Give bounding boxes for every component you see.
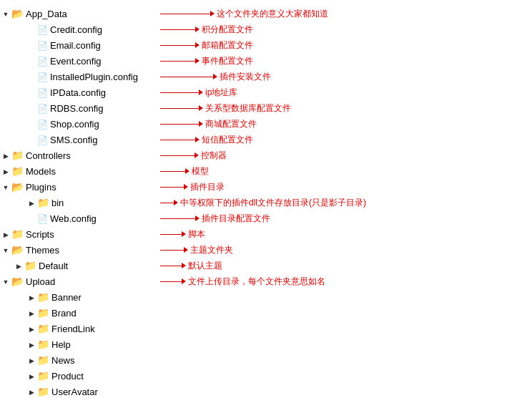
toggle-useravatar[interactable]: ▶ [26,386,37,398]
file-icon-scripts: 📁 [11,228,24,240]
toggle-sms-config [26,133,37,147]
tree-item-useravatar[interactable]: ▶ 📁 UserAvatar [0,384,532,398]
tree-item-plugins[interactable]: ▼ 📂 Plugins 插件目录 [0,179,532,195]
annotation-text-sms-config: 短信配置文件 [202,134,253,146]
toggle-upload[interactable]: ▼ [0,276,11,288]
annotation-text-plugins: 插件目录 [190,181,225,193]
toggle-friendlink[interactable]: ▶ [26,323,37,335]
label-friendlink: FriendLink [51,324,95,334]
label-sms-config: SMS.config [50,135,97,145]
tree-item-banner[interactable]: ▶ 📁 Banner [0,289,532,305]
toggle-ipdata-config [26,86,37,100]
tree-item-credit-config[interactable]: 📄 Credit.config 积分配置文件 [0,21,532,37]
tree-item-ipdata-config[interactable]: 📄 IPData.config ip地址库 [0,84,532,100]
toggle-app-data[interactable]: ▼ [0,8,11,20]
label-credit-config: Credit.config [50,24,102,35]
tree-item-themes[interactable]: ▼ 📂 Themes 主题文件夹 [0,242,532,258]
label-news: News [51,355,75,366]
toggle-scripts[interactable]: ▶ [0,228,11,241]
file-icon-product: 📁 [37,370,49,382]
toggle-controllers[interactable]: ▶ [0,150,11,162]
file-icon-controllers: 📁 [11,150,24,161]
tree-item-sms-config[interactable]: 📄 SMS.config 短信配置文件 [0,132,532,147]
annotation-text-app-data: 这个文件夹的意义大家都知道 [217,8,328,20]
tree-item-product[interactable]: ▶ 📁 Product [0,368,532,384]
toggle-brand[interactable]: ▶ [26,307,37,319]
toggle-themes[interactable]: ▼ [0,244,11,256]
file-icon-ipdata-config: 📄 [37,87,48,98]
annotation-text-ipdata-config: ip地址库 [205,87,237,99]
tree-item-web-config[interactable]: 📄 Web.config 插件目录配置文件 [0,210,532,226]
file-icon-default: 📁 [24,260,36,271]
tree-item-brand[interactable]: ▶ 📁 Brand [0,305,532,321]
toggle-email-config [26,39,37,52]
toggle-default[interactable]: ▶ [13,260,24,272]
file-tree: ▼ 📂 App_Data 这个文件夹的意义大家都知道 📄 Credit.conf… [0,0,532,398]
label-event-config: Event.config [50,56,102,67]
file-icon-banner: 📁 [37,291,49,303]
toggle-plugins[interactable]: ▼ [0,181,11,193]
tree-item-friendlink[interactable]: ▶ 📁 FriendLink [0,321,532,336]
toggle-event-config [26,54,37,68]
tree-item-controllers[interactable]: ▶ 📁 Controllers 控制器 [0,147,532,163]
annotation-text-default: 默认主题 [188,260,222,272]
annotation-text-upload: 文件上传目录，每个文件夹意思如名 [188,276,325,288]
toggle-news[interactable]: ▶ [26,354,37,367]
label-web-config: Web.config [50,213,97,224]
label-app-data: App_Data [26,9,67,19]
tree-item-models[interactable]: ▶ 📁 Models 模型 [0,163,532,179]
label-brand: Brand [51,308,77,319]
toggle-web-config [26,212,37,225]
label-shop-config: Shop.config [50,119,99,130]
tree-item-help[interactable]: ▶ 📁 Help [0,336,532,352]
file-icon-brand: 📁 [37,307,49,319]
tree-item-event-config[interactable]: 📄 Event.config 事件配置文件 [0,53,532,69]
tree-item-rdbs-config[interactable]: 📄 RDBS.config 关系型数据库配置文件 [0,100,532,116]
tree-item-shop-config[interactable]: 📄 Shop.config 商城配置文件 [0,116,532,132]
file-icon-app-data: 📂 [11,8,24,19]
file-icon-plugins: 📂 [11,181,24,193]
toggle-credit-config [26,23,37,37]
toggle-product[interactable]: ▶ [26,370,37,382]
file-icon-rdbs-config: 📄 [37,103,48,114]
file-icon-themes: 📂 [11,244,24,256]
file-icon-models: 📁 [11,165,24,177]
toggle-banner[interactable]: ▶ [26,291,37,304]
annotation-text-controllers: 控制器 [201,150,227,162]
file-icon-upload: 📂 [11,276,24,287]
label-ipdata-config: IPData.config [50,87,106,98]
annotation-text-themes: 主题文件夹 [190,244,233,256]
tree-item-bin[interactable]: ▶ 📁 bin 中等权限下的插件dll文件存放目录(只是影子目录) [0,195,532,210]
file-icon-news: 📁 [37,354,49,366]
annotation-text-credit-config: 积分配置文件 [202,24,253,36]
toggle-rdbs-config [26,102,37,115]
tree-item-email-config[interactable]: 📄 Email.config 邮箱配置文件 [0,37,532,53]
annotation-text-scripts: 脚本 [188,228,205,241]
tree-item-default[interactable]: ▶ 📁 Default 默认主题 [0,258,532,273]
toggle-models[interactable]: ▶ [0,165,11,178]
file-icon-web-config: 📄 [37,213,48,224]
label-scripts: Scripts [26,229,54,240]
tree-item-upload[interactable]: ▼ 📂 Upload 文件上传目录，每个文件夹意思如名 [0,273,532,289]
annotation-text-installedplugin-config: 插件安装文件 [220,71,271,83]
toggle-help[interactable]: ▶ [26,339,37,351]
label-installedplugin-config: InstalledPlugin.config [50,72,138,82]
tree-item-app-data[interactable]: ▼ 📂 App_Data 这个文件夹的意义大家都知道 [0,6,532,21]
toggle-installedplugin-config [26,70,37,84]
file-icon-useravatar: 📁 [37,386,49,397]
file-icon-bin: 📁 [37,197,49,208]
annotation-text-email-config: 邮箱配置文件 [202,39,253,52]
tree-item-installedplugin-config[interactable]: 📄 InstalledPlugin.config 插件安装文件 [0,69,532,84]
toggle-bin[interactable]: ▶ [26,197,37,209]
label-default: Default [39,261,68,271]
file-icon-help: 📁 [37,339,49,350]
annotation-text-bin: 中等权限下的插件dll文件存放目录(只是影子目录) [180,197,366,209]
file-icon-event-config: 📄 [37,56,48,67]
annotation-text-event-config: 事件配置文件 [202,55,253,67]
label-rdbs-config: RDBS.config [50,103,103,114]
annotation-text-web-config: 插件目录配置文件 [202,213,270,225]
tree-item-news[interactable]: ▶ 📁 News [0,352,532,368]
tree-item-scripts[interactable]: ▶ 📁 Scripts 脚本 [0,226,532,242]
label-models: Models [26,166,56,177]
label-plugins: Plugins [26,182,56,193]
